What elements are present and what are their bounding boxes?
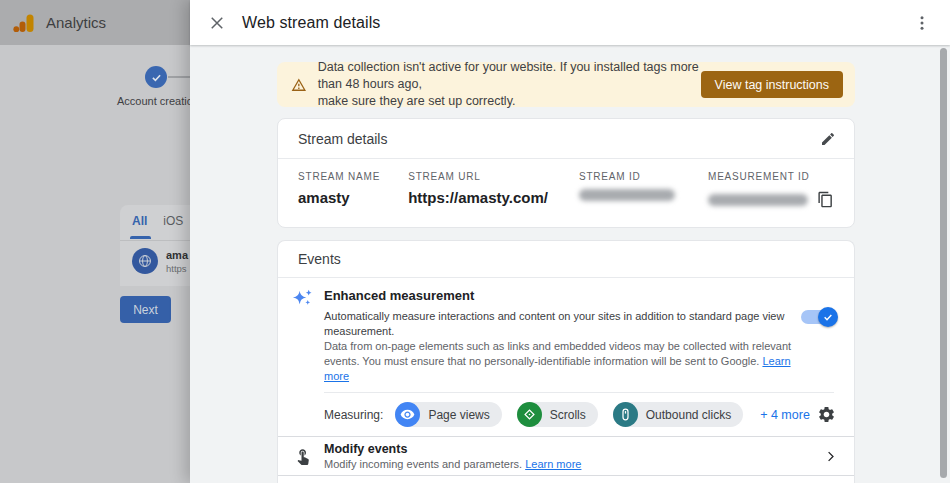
stream-url-clipped: https <box>166 263 188 274</box>
web-stream-details-panel: Web stream details Data collection isn't… <box>190 0 950 483</box>
chip-scrolls: Scrolls <box>517 402 598 427</box>
view-tag-instructions-button[interactable]: View tag instructions <box>701 71 843 98</box>
toggle-check-icon <box>818 307 838 327</box>
analytics-logo-icon <box>12 11 36 35</box>
step-label: Account creation <box>117 95 199 107</box>
mouse-icon <box>613 402 638 427</box>
measuring-label: Measuring: <box>324 408 383 422</box>
panel-body: Data collection isn't active for your we… <box>190 45 950 483</box>
learn-more-link[interactable]: Learn more <box>525 458 581 470</box>
events-title: Events <box>298 251 341 267</box>
measurement-id-redacted-value <box>708 194 808 206</box>
warning-banner: Data collection isn't active for your we… <box>277 62 855 107</box>
stream-id-redacted-value <box>579 189 675 201</box>
stream-details-card: Stream details STREAM NAME amasty STREAM… <box>277 118 855 228</box>
copy-icon[interactable] <box>816 190 834 208</box>
chip-outbound-clicks: Outbound clicks <box>613 402 743 427</box>
gear-icon[interactable] <box>816 405 836 425</box>
field-label: STREAM NAME <box>298 171 408 182</box>
field-label: STREAM URL <box>408 171 579 182</box>
tab-ios: iOS <box>163 214 183 240</box>
warning-text: Data collection isn't active for your we… <box>318 59 701 110</box>
panel-header: Web stream details <box>190 0 950 45</box>
enhanced-measurement-desc: Automatically measure interactions and c… <box>324 309 798 339</box>
edit-button[interactable] <box>818 129 838 149</box>
touch-icon <box>294 447 324 465</box>
stream-list-item: ama https <box>120 241 190 274</box>
step-complete-icon <box>145 66 167 88</box>
measuring-row: Measuring: Page views Scrolls <box>324 392 834 436</box>
stepper-connector <box>168 76 190 78</box>
stream-details-title: Stream details <box>298 131 387 147</box>
enhanced-measurement-toggle[interactable] <box>801 307 838 327</box>
enhanced-measurement-section: Enhanced measurement Automatically measu… <box>278 278 854 436</box>
scrollbar <box>939 48 949 481</box>
events-card: Events Enhanced measurement Automaticall… <box>277 240 855 483</box>
enhanced-measurement-note: Data from on-page elements such as links… <box>324 339 798 384</box>
panel-title: Web stream details <box>242 14 380 32</box>
data-streams-card: All iOS ama https <box>120 205 190 286</box>
tab-all: All <box>132 214 147 240</box>
app-title: Analytics <box>46 14 106 31</box>
create-custom-events-row[interactable]: Create custom events Create new events f… <box>278 475 854 483</box>
stream-url-value: https://amasty.com/ <box>408 189 579 206</box>
stream-tabs: All iOS <box>120 205 190 241</box>
field-label: STREAM ID <box>579 171 708 182</box>
globe-icon <box>132 248 158 274</box>
chevron-right-icon <box>823 449 838 464</box>
warning-icon <box>291 75 307 95</box>
stream-name-clipped: ama <box>166 249 188 261</box>
diamond-icon <box>517 402 542 427</box>
eye-icon <box>395 402 420 427</box>
modify-events-row[interactable]: Modify events Modify incoming events and… <box>278 436 854 475</box>
more-events-link[interactable]: + 4 more <box>760 408 810 422</box>
stream-fields: STREAM NAME amasty STREAM URL https://am… <box>278 159 854 208</box>
next-button: Next <box>120 296 171 323</box>
sparkle-icon <box>292 287 313 308</box>
more-options-button[interactable] <box>912 13 932 33</box>
stream-name-value: amasty <box>298 189 408 206</box>
field-label: MEASUREMENT ID <box>708 171 834 182</box>
scrollbar-thumb[interactable] <box>940 48 947 478</box>
close-button[interactable] <box>207 13 227 33</box>
chip-page-views: Page views <box>395 402 501 427</box>
screen: Analytics Account creation All iOS ama h… <box>0 0 950 483</box>
enhanced-measurement-title: Enhanced measurement <box>324 288 798 303</box>
